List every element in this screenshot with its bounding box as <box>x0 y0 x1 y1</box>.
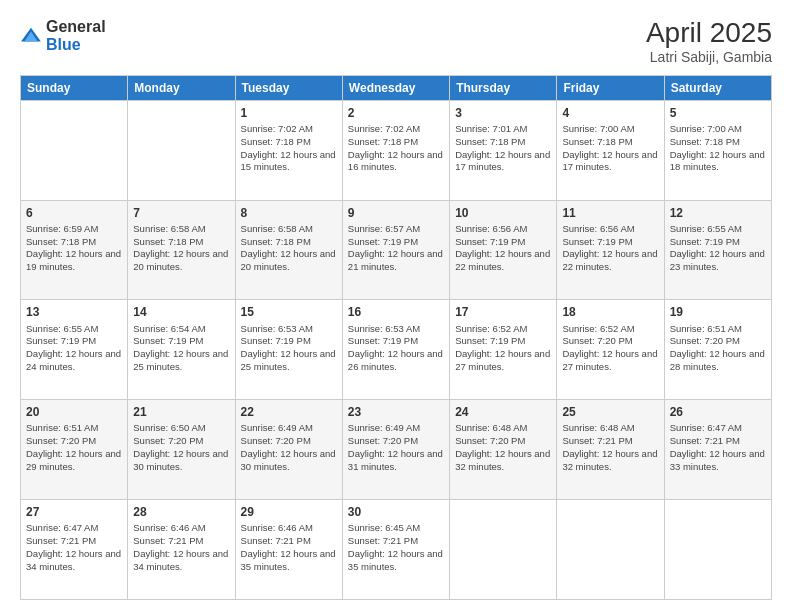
day-number: 20 <box>26 404 122 420</box>
week-row-3: 13Sunrise: 6:55 AMSunset: 7:19 PMDayligh… <box>21 300 772 400</box>
day-number: 11 <box>562 205 658 221</box>
day-info: Sunrise: 6:53 AMSunset: 7:19 PMDaylight:… <box>348 323 444 374</box>
weekday-header-row: SundayMondayTuesdayWednesdayThursdayFrid… <box>21 75 772 100</box>
day-number: 8 <box>241 205 337 221</box>
main-title: April 2025 <box>646 18 772 49</box>
day-info: Sunrise: 6:56 AMSunset: 7:19 PMDaylight:… <box>562 223 658 274</box>
week-row-5: 27Sunrise: 6:47 AMSunset: 7:21 PMDayligh… <box>21 500 772 600</box>
calendar-cell: 21Sunrise: 6:50 AMSunset: 7:20 PMDayligh… <box>128 400 235 500</box>
calendar-cell: 18Sunrise: 6:52 AMSunset: 7:20 PMDayligh… <box>557 300 664 400</box>
calendar-cell: 15Sunrise: 6:53 AMSunset: 7:19 PMDayligh… <box>235 300 342 400</box>
calendar-cell: 11Sunrise: 6:56 AMSunset: 7:19 PMDayligh… <box>557 200 664 300</box>
day-info: Sunrise: 6:55 AMSunset: 7:19 PMDaylight:… <box>26 323 122 374</box>
day-info: Sunrise: 6:58 AMSunset: 7:18 PMDaylight:… <box>133 223 229 274</box>
day-info: Sunrise: 6:52 AMSunset: 7:19 PMDaylight:… <box>455 323 551 374</box>
day-info: Sunrise: 6:57 AMSunset: 7:19 PMDaylight:… <box>348 223 444 274</box>
week-row-1: 1Sunrise: 7:02 AMSunset: 7:18 PMDaylight… <box>21 100 772 200</box>
day-number: 9 <box>348 205 444 221</box>
day-number: 28 <box>133 504 229 520</box>
day-number: 22 <box>241 404 337 420</box>
calendar-cell <box>21 100 128 200</box>
page: General Blue April 2025 Latri Sabiji, Ga… <box>0 0 792 612</box>
calendar-cell: 16Sunrise: 6:53 AMSunset: 7:19 PMDayligh… <box>342 300 449 400</box>
day-number: 12 <box>670 205 766 221</box>
day-info: Sunrise: 6:50 AMSunset: 7:20 PMDaylight:… <box>133 422 229 473</box>
day-info: Sunrise: 6:52 AMSunset: 7:20 PMDaylight:… <box>562 323 658 374</box>
day-info: Sunrise: 6:48 AMSunset: 7:21 PMDaylight:… <box>562 422 658 473</box>
calendar-cell: 2Sunrise: 7:02 AMSunset: 7:18 PMDaylight… <box>342 100 449 200</box>
week-row-2: 6Sunrise: 6:59 AMSunset: 7:18 PMDaylight… <box>21 200 772 300</box>
day-number: 19 <box>670 304 766 320</box>
calendar-cell <box>557 500 664 600</box>
day-number: 1 <box>241 105 337 121</box>
day-number: 16 <box>348 304 444 320</box>
day-number: 15 <box>241 304 337 320</box>
title-block: April 2025 Latri Sabiji, Gambia <box>646 18 772 65</box>
calendar-cell: 9Sunrise: 6:57 AMSunset: 7:19 PMDaylight… <box>342 200 449 300</box>
logo-blue: Blue <box>46 36 81 53</box>
day-number: 25 <box>562 404 658 420</box>
calendar-cell: 13Sunrise: 6:55 AMSunset: 7:19 PMDayligh… <box>21 300 128 400</box>
day-number: 23 <box>348 404 444 420</box>
calendar-cell: 27Sunrise: 6:47 AMSunset: 7:21 PMDayligh… <box>21 500 128 600</box>
weekday-header-tuesday: Tuesday <box>235 75 342 100</box>
calendar-cell: 5Sunrise: 7:00 AMSunset: 7:18 PMDaylight… <box>664 100 771 200</box>
day-number: 17 <box>455 304 551 320</box>
day-info: Sunrise: 6:51 AMSunset: 7:20 PMDaylight:… <box>670 323 766 374</box>
calendar-cell: 22Sunrise: 6:49 AMSunset: 7:20 PMDayligh… <box>235 400 342 500</box>
day-info: Sunrise: 6:54 AMSunset: 7:19 PMDaylight:… <box>133 323 229 374</box>
calendar-cell: 12Sunrise: 6:55 AMSunset: 7:19 PMDayligh… <box>664 200 771 300</box>
calendar-cell <box>664 500 771 600</box>
day-number: 24 <box>455 404 551 420</box>
day-info: Sunrise: 6:48 AMSunset: 7:20 PMDaylight:… <box>455 422 551 473</box>
calendar-cell: 30Sunrise: 6:45 AMSunset: 7:21 PMDayligh… <box>342 500 449 600</box>
day-info: Sunrise: 6:58 AMSunset: 7:18 PMDaylight:… <box>241 223 337 274</box>
weekday-header-saturday: Saturday <box>664 75 771 100</box>
calendar-cell: 17Sunrise: 6:52 AMSunset: 7:19 PMDayligh… <box>450 300 557 400</box>
calendar-cell: 29Sunrise: 6:46 AMSunset: 7:21 PMDayligh… <box>235 500 342 600</box>
day-info: Sunrise: 6:45 AMSunset: 7:21 PMDaylight:… <box>348 522 444 573</box>
calendar-cell: 3Sunrise: 7:01 AMSunset: 7:18 PMDaylight… <box>450 100 557 200</box>
day-info: Sunrise: 6:49 AMSunset: 7:20 PMDaylight:… <box>348 422 444 473</box>
weekday-header-sunday: Sunday <box>21 75 128 100</box>
day-info: Sunrise: 6:56 AMSunset: 7:19 PMDaylight:… <box>455 223 551 274</box>
day-info: Sunrise: 7:02 AMSunset: 7:18 PMDaylight:… <box>348 123 444 174</box>
day-number: 14 <box>133 304 229 320</box>
day-info: Sunrise: 7:02 AMSunset: 7:18 PMDaylight:… <box>241 123 337 174</box>
calendar-cell: 24Sunrise: 6:48 AMSunset: 7:20 PMDayligh… <box>450 400 557 500</box>
day-number: 10 <box>455 205 551 221</box>
calendar-cell: 14Sunrise: 6:54 AMSunset: 7:19 PMDayligh… <box>128 300 235 400</box>
calendar-cell: 1Sunrise: 7:02 AMSunset: 7:18 PMDaylight… <box>235 100 342 200</box>
logo-text: General Blue <box>46 18 106 53</box>
day-number: 13 <box>26 304 122 320</box>
day-info: Sunrise: 6:46 AMSunset: 7:21 PMDaylight:… <box>133 522 229 573</box>
day-number: 30 <box>348 504 444 520</box>
day-number: 2 <box>348 105 444 121</box>
day-info: Sunrise: 6:49 AMSunset: 7:20 PMDaylight:… <box>241 422 337 473</box>
day-number: 29 <box>241 504 337 520</box>
day-number: 4 <box>562 105 658 121</box>
calendar-cell: 8Sunrise: 6:58 AMSunset: 7:18 PMDaylight… <box>235 200 342 300</box>
week-row-4: 20Sunrise: 6:51 AMSunset: 7:20 PMDayligh… <box>21 400 772 500</box>
calendar-cell: 10Sunrise: 6:56 AMSunset: 7:19 PMDayligh… <box>450 200 557 300</box>
day-number: 21 <box>133 404 229 420</box>
header: General Blue April 2025 Latri Sabiji, Ga… <box>20 18 772 65</box>
day-info: Sunrise: 7:00 AMSunset: 7:18 PMDaylight:… <box>562 123 658 174</box>
calendar-cell: 7Sunrise: 6:58 AMSunset: 7:18 PMDaylight… <box>128 200 235 300</box>
calendar-cell: 23Sunrise: 6:49 AMSunset: 7:20 PMDayligh… <box>342 400 449 500</box>
day-info: Sunrise: 7:00 AMSunset: 7:18 PMDaylight:… <box>670 123 766 174</box>
day-number: 6 <box>26 205 122 221</box>
calendar-cell: 28Sunrise: 6:46 AMSunset: 7:21 PMDayligh… <box>128 500 235 600</box>
calendar-cell: 19Sunrise: 6:51 AMSunset: 7:20 PMDayligh… <box>664 300 771 400</box>
weekday-header-thursday: Thursday <box>450 75 557 100</box>
calendar-cell: 25Sunrise: 6:48 AMSunset: 7:21 PMDayligh… <box>557 400 664 500</box>
weekday-header-monday: Monday <box>128 75 235 100</box>
day-number: 3 <box>455 105 551 121</box>
logo: General Blue <box>20 18 106 53</box>
logo-icon <box>20 25 42 47</box>
calendar: SundayMondayTuesdayWednesdayThursdayFrid… <box>20 75 772 600</box>
weekday-header-wednesday: Wednesday <box>342 75 449 100</box>
day-info: Sunrise: 6:59 AMSunset: 7:18 PMDaylight:… <box>26 223 122 274</box>
day-info: Sunrise: 6:53 AMSunset: 7:19 PMDaylight:… <box>241 323 337 374</box>
day-info: Sunrise: 6:51 AMSunset: 7:20 PMDaylight:… <box>26 422 122 473</box>
